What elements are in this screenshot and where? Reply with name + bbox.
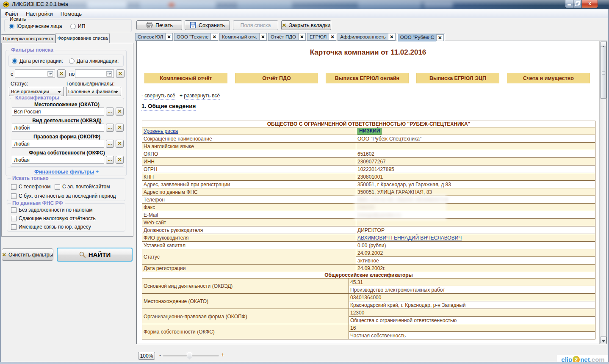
collapse-all-link[interactable]: - свернуть всё [141,93,175,99]
toolbar-button-1[interactable]: Сохранить [185,20,230,30]
search-scope-group: Искать Юридические лицаИП [4,19,132,32]
check-with-phone[interactable]: С телефоном [11,184,50,190]
report-action-button-3[interactable]: Выписка ЕГРЮЛ ЭЦП [416,73,499,83]
row-value: ООО "Рубеж-Спецтехника" [356,135,595,143]
check-with-accounting[interactable]: С бух. отчётностью за последний период [11,193,116,199]
doc-tab-close-icon[interactable]: ✕ [259,33,267,41]
calendar-icon[interactable] [106,71,112,77]
doc-tab-6[interactable]: ООО "Рубеж-С✕ [397,33,445,41]
radio-checked-icon[interactable] [12,58,17,64]
zoom-in-control[interactable]: + [221,351,224,358]
radio-icon[interactable] [70,24,76,29]
doc-tab-4[interactable]: ЕГРЮЛ✕ [307,33,336,41]
minimize-button[interactable] [565,0,573,8]
date-to-clear-button[interactable]: ✕ [116,69,125,78]
toolbar-button-3[interactable]: ✕Закрыть вкладки [281,20,331,30]
doc-tab-5[interactable]: Аффилированность✕ [338,33,396,41]
report-action-button-2[interactable]: Выписка ЕГРЮЛ онлайн [326,73,409,83]
doc-tab-close-icon[interactable]: ✕ [436,34,444,41]
check-legal-address-link[interactable]: Имеющие связь по юр. адресу [11,224,91,230]
date-kind-option-1[interactable]: Дата ликвидации: [69,58,119,64]
date-kind-option-0[interactable]: Дата регистрации: [12,58,63,64]
check-tax-reporting[interactable]: Сдающие налоговую отчётность [11,215,96,221]
doc-tab-close-icon[interactable]: ✕ [210,33,218,41]
close-button[interactable]: x [582,0,598,8]
classifier-input[interactable]: Любая [12,156,104,164]
tab-list-building[interactable]: Формирование списка [55,33,110,43]
checkbox-icon[interactable] [11,184,17,190]
row-value[interactable]: АВХИМОВИЧ ГЕННАДИЙ ВЯЧЕСЛАВОВИЧ [356,234,595,242]
search-scope-option-0[interactable]: Юридические лица [9,23,62,29]
doc-tab-label[interactable]: ЕГРЮЛ [307,33,329,41]
doc-tab-label[interactable]: Аффилированность [338,33,388,41]
doc-tab-label[interactable]: Компл-ный отч. [219,33,259,41]
find-button[interactable]: НАЙТИ [57,248,133,262]
expand-all-link[interactable]: + развернуть всё [180,93,220,99]
classifier-clear-button[interactable]: ✕ [116,156,124,164]
checkbox-icon[interactable] [55,184,60,190]
row-value-link[interactable]: АВХИМОВИЧ ГЕННАДИЙ ВЯЧЕСЛАВОВИЧ [357,235,462,241]
date-from-clear-button[interactable]: ✕ [57,69,66,78]
classifier-browse-button[interactable]: ... [106,140,114,148]
menu-item-2[interactable]: Помощь [57,9,86,18]
financial-filters-link[interactable]: Финансовые фильтры [34,169,94,175]
radio-icon[interactable] [69,58,75,64]
doc-tab-close-icon[interactable]: ✕ [298,33,306,41]
row-label[interactable]: Уровень риска [142,127,356,135]
classifier-browse-button[interactable]: ... [106,156,114,164]
checkbox-icon[interactable] [11,216,17,221]
checkbox-icon[interactable] [11,193,17,199]
doc-tab-1[interactable]: ООО "Техугле✕ [174,33,218,41]
search-scope-option-1[interactable]: ИП [70,23,85,29]
check-no-tax-debt[interactable]: Без задолженности по налогам [11,207,93,213]
doc-tab-close-icon[interactable]: ✕ [165,33,173,41]
classifier-clear-button[interactable]: ✕ [116,140,124,148]
classifier-clear-button[interactable]: ✕ [116,124,124,132]
scroll-down-button[interactable] [600,336,606,343]
doc-tab-close-icon[interactable]: ✕ [329,33,336,41]
date-to-input[interactable] [75,69,114,78]
checkbox-icon[interactable] [11,224,17,230]
doc-tab-label[interactable]: ООО "Техугле [174,33,210,41]
zoom-slider-thumb[interactable] [187,352,192,359]
row-value: 24.09.2002г. [356,265,595,272]
titlebar-blur-blob [358,1,421,8]
classifier-input[interactable]: Вся Россия [12,108,104,116]
financial-filters-plus[interactable]: + [96,169,99,175]
doc-tab-3[interactable]: Отчёт ПДО✕ [268,33,306,41]
report-action-button-1[interactable]: Отчёт ПДО [235,73,318,83]
classifier-browse-button[interactable]: ... [106,124,114,132]
classifier-clear-button[interactable]: ✕ [116,108,124,116]
classifier-input[interactable]: Любая [12,140,104,148]
vertical-scrollbar[interactable] [599,41,606,344]
check-with-email-site[interactable]: С эл. почтой/сайтом [55,184,110,190]
zoom-level-button[interactable]: 100% [138,352,155,360]
table-header: Общероссийские классификаторы [142,272,595,279]
calendar-icon[interactable] [47,71,53,77]
classifier-browse-button[interactable]: ... [106,108,114,116]
doc-tab-0[interactable]: Список ЮЛ✕ [135,33,173,41]
maximize-button[interactable] [573,0,582,8]
tab-counterparty-check[interactable]: Проверка контрагента [1,34,55,43]
toolbar-button-0[interactable]: Печать [136,20,182,30]
branches-select[interactable]: Головные и филиалы [66,87,121,96]
fns-data-group: По данным ФНС РФ Без задолженности по на… [7,203,125,232]
doc-tab-close-icon[interactable]: ✕ [388,33,396,41]
classifier-input[interactable]: Любой [12,124,104,132]
date-from-input[interactable] [15,69,55,78]
zoom-out-control[interactable]: - [159,352,161,358]
doc-tab-label[interactable]: Отчёт ПДО [268,33,298,41]
row-label-link[interactable]: Уровень риска [144,128,178,134]
checkbox-icon[interactable] [11,207,17,213]
floppy-icon [190,22,196,28]
row-value-code: 16 [349,324,595,332]
doc-tab-2[interactable]: Компл-ный отч.✕ [219,33,267,41]
report-action-button-0[interactable]: Комплексный отчёт [144,73,227,83]
doc-tab-label[interactable]: ООО "Рубеж-С [398,34,436,41]
doc-tab-label[interactable]: Список ЮЛ [135,33,165,41]
report-action-button-4[interactable]: Счета и имущество [507,73,590,83]
search-filters-group: Фильтры поиска Дата регистрации:Дата лик… [6,50,127,176]
clear-filters-button[interactable]: ✕ Очистить фильтры [2,248,53,261]
scrollbar-thumb[interactable] [600,47,606,99]
radio-checked-icon[interactable] [9,24,14,29]
